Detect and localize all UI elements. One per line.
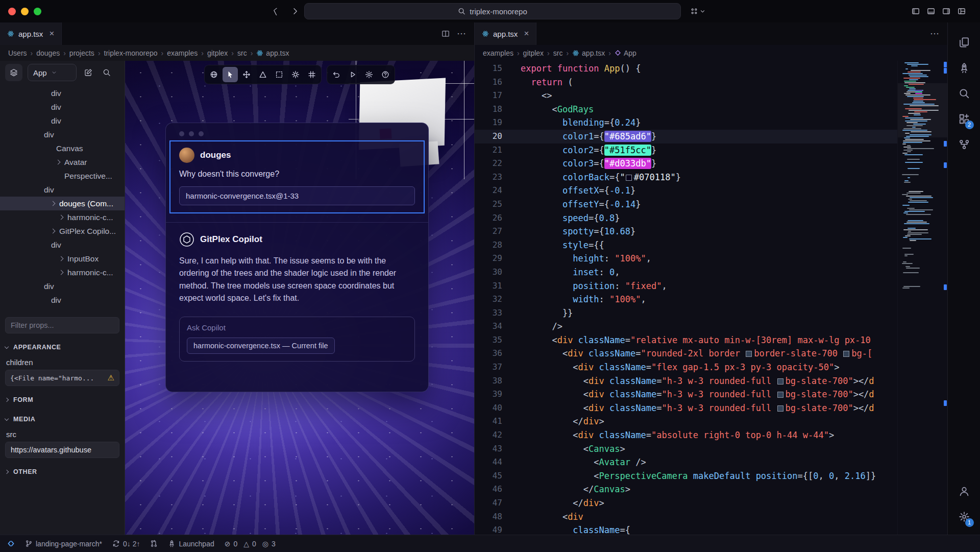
diagnostics[interactable]: ⊘0 △0 ◎3 [225, 540, 276, 548]
rocket-activity-button[interactable] [952, 55, 976, 81]
code-line[interactable]: 46 </Canvas> [475, 483, 897, 496]
code-line[interactable]: 19 blending={0.24} [475, 116, 897, 130]
help-tool-button[interactable] [378, 67, 393, 82]
close-tab-icon[interactable]: × [49, 29, 54, 39]
person-activity-button[interactable] [952, 478, 976, 504]
code-line[interactable]: 15export function App() { [475, 62, 897, 76]
toggle-right-sidebar-icon[interactable] [942, 7, 950, 15]
code-line[interactable]: 48 <div [475, 510, 897, 524]
code-line[interactable]: 41 </div> [475, 415, 897, 428]
branch-indicator[interactable]: landing-page-march* [25, 540, 102, 548]
breadcrumb-item[interactable]: Users [8, 49, 27, 57]
code-line[interactable]: 16 return ( [475, 76, 897, 89]
globe-tool-button[interactable] [206, 67, 222, 82]
launchpad-button[interactable]: Launchpad [168, 540, 214, 548]
back-button[interactable] [270, 5, 282, 17]
light-tool-button[interactable] [288, 67, 303, 82]
code-line[interactable]: 28 style={{ [475, 238, 897, 252]
tree-item-div[interactable]: div [0, 128, 125, 141]
breadcrumb-item[interactable]: examples [483, 49, 513, 57]
section-form[interactable]: FORM [5, 394, 119, 405]
grid-tool-button[interactable] [304, 67, 320, 82]
code-line[interactable]: 26 speed={0.8} [475, 211, 897, 225]
tab-app-tsx[interactable]: app.tsx × [0, 22, 62, 45]
layers-button[interactable] [5, 64, 22, 81]
code-line[interactable]: 42 <div className="absolute right-0 top-… [475, 428, 897, 442]
breadcrumb-item[interactable]: examples [167, 49, 198, 57]
scene-preview[interactable]: douges Why doesn't this converge? harmon… [125, 61, 474, 535]
forward-button[interactable] [289, 5, 301, 17]
play-tool-button[interactable] [345, 67, 360, 82]
tab-app-tsx-editor[interactable]: app.tsx × [475, 22, 536, 45]
code-line[interactable]: 36 <div className="rounded-2xl border bo… [475, 347, 897, 361]
code-line[interactable]: 29 height: "100%", [475, 252, 897, 266]
toggle-left-sidebar-icon[interactable] [912, 7, 920, 15]
code-line[interactable]: 32 width: "100%", [475, 293, 897, 306]
prop-value-src-input[interactable] [5, 442, 119, 458]
extensions-activity-button[interactable]: 2 [952, 106, 976, 132]
minimap[interactable] [897, 61, 947, 535]
tree-item-div[interactable]: div [0, 293, 125, 307]
breadcrumb-item[interactable]: gitplex [207, 49, 228, 57]
selected-message-outline[interactable]: douges Why doesn't this converge? harmon… [169, 140, 425, 213]
tree-item-canvas[interactable]: Canvas [0, 141, 125, 155]
prop-value-children[interactable]: {<File name="harmo... ⚠ [5, 370, 119, 386]
profile-menu-button[interactable] [690, 7, 706, 15]
tree-item-perspective-[interactable]: Perspective... [0, 169, 125, 183]
project-search-field[interactable]: triplex-monorepo [304, 3, 681, 19]
attachment-chip[interactable]: harmonic-convergence.tsx — Current file [187, 338, 335, 354]
search-scene-button[interactable] [100, 66, 113, 79]
code-line[interactable]: 37 <div className="flex gap-1.5 px-3 py-… [475, 361, 897, 374]
breadcrumb-item[interactable]: src [553, 49, 563, 57]
settings-tool-button[interactable] [361, 67, 377, 82]
toggle-bottom-panel-icon[interactable] [927, 7, 935, 15]
edit-component-button[interactable] [82, 66, 95, 79]
code-line[interactable]: 34 /> [475, 320, 897, 333]
breadcrumb-item-file[interactable]: app.tsx [256, 49, 289, 57]
code-line[interactable]: 21 color2={"#51f5cc"} [475, 143, 897, 157]
tree-item-div[interactable]: div [0, 114, 125, 128]
tree-item-inputbox[interactable]: InputBox [0, 252, 125, 266]
section-appearance[interactable]: APPEARANCE [5, 342, 119, 353]
code-line[interactable]: 33 }} [475, 306, 897, 320]
tree-item-gitplex-copilo-[interactable]: GitPlex Copilo... [0, 224, 125, 238]
tree-item-douges-com-[interactable]: douges (Com... [0, 197, 125, 210]
breadcrumb-item[interactable]: douges [36, 49, 60, 57]
code-line[interactable]: 47 </div> [475, 496, 897, 510]
code-line[interactable]: 24 offsetX={-0.1} [475, 184, 897, 198]
code-line[interactable]: 39 <div className="h-3 w-3 rounded-full … [475, 388, 897, 401]
breadcrumb-item-symbol[interactable]: App [615, 49, 636, 57]
code-line[interactable]: 40 <div className="h-3 w-3 rounded-full … [475, 401, 897, 415]
close-tab-icon[interactable]: × [524, 29, 529, 39]
code-editor[interactable]: 15export function App() {16 return (17 <… [475, 61, 897, 535]
split-editor-icon[interactable] [442, 30, 450, 38]
minimize-window-button[interactable] [21, 8, 29, 15]
breadcrumb-item-file[interactable]: app.tsx [572, 49, 605, 57]
tree-item-div[interactable]: div [0, 279, 125, 293]
breadcrumb-item[interactable]: src [237, 49, 247, 57]
tree-item-div[interactable]: div [0, 183, 125, 197]
customize-layout-icon[interactable] [958, 7, 966, 15]
scale-tool-button[interactable] [255, 67, 271, 82]
breadcrumb-item[interactable]: projects [69, 49, 94, 57]
cursor-tool-button[interactable] [223, 67, 238, 82]
code-line[interactable]: 35 <div className="relative mx-auto min-… [475, 333, 897, 347]
tree-item-div[interactable]: div [0, 238, 125, 252]
copilot-input[interactable]: Ask Copilot harmonic-convergence.tsx — C… [179, 317, 415, 362]
file-reference-chip[interactable]: harmonic-convergence.tsx@1-33 [179, 186, 415, 205]
tree-item-div[interactable]: div [0, 86, 125, 100]
code-line[interactable]: 20 color1={"#685ad6"} [475, 130, 897, 143]
code-line[interactable]: 49 className={ [475, 523, 897, 535]
files-activity-button[interactable] [952, 30, 976, 55]
code-line[interactable]: 18 <GodRays [475, 103, 897, 116]
code-line[interactable]: 17 <> [475, 89, 897, 103]
move-tool-button[interactable] [239, 67, 254, 82]
code-line[interactable]: 30 inset: 0, [475, 266, 897, 279]
code-line[interactable]: 23 colorBack={"#070118"} [475, 171, 897, 184]
more-actions-icon[interactable]: ⋯ [930, 28, 939, 39]
marquee-tool-button[interactable] [272, 67, 287, 82]
sync-indicator[interactable]: 0↓ 2↑ [112, 540, 140, 548]
breadcrumb-item[interactable]: gitplex [523, 49, 544, 57]
settings-activity-button[interactable]: 1 [952, 504, 976, 530]
code-line[interactable]: 44 <Avatar /> [475, 455, 897, 469]
